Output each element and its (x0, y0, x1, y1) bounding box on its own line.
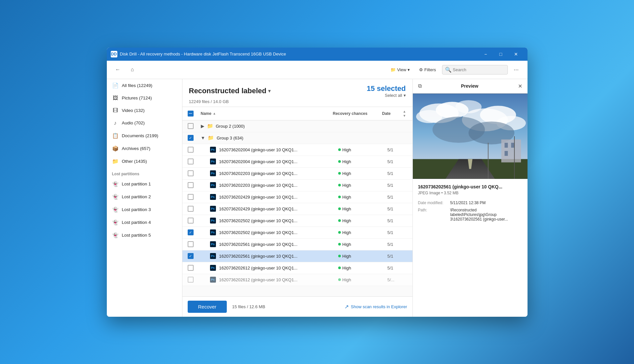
sidebar-item-other[interactable]: 📁 Other (1435) (107, 155, 182, 168)
folder-title-chevron-icon[interactable]: ▾ (268, 88, 270, 94)
preview-path-row: Path: \Reconstructed labeled\Pictures\jp… (418, 208, 522, 222)
search-input[interactable] (453, 67, 505, 72)
file-checkbox[interactable] (188, 159, 194, 164)
scroll-controls: ▲ ▼ (402, 110, 407, 118)
group-2-row[interactable]: ▶ 📁 Group 2 (1000) (182, 120, 412, 132)
ghost-icon-4: 👻 (112, 219, 119, 225)
sidebar-item-label: Video (132) (122, 108, 145, 113)
table-row[interactable]: Ps 1620736202203 (ginkgo-user 10 QKQ1...… (182, 180, 412, 191)
preview-image (413, 94, 528, 179)
content-header: Reconstructed labeled ▾ 15 selected Sele… (182, 79, 412, 107)
expand-icon: ▶ (201, 123, 204, 129)
high-dot (338, 219, 341, 222)
ps-file-icon: Ps (210, 159, 216, 164)
table-row[interactable]: Ps 1620736202429 (ginkgo-user 10 QKQ1...… (182, 203, 412, 215)
audio-icon: ♪ (112, 120, 119, 126)
preview-copy-button[interactable]: ⧉ (417, 82, 423, 90)
date-modified-label: Date modified: (418, 201, 448, 205)
file-count-label: 12249 files / 14.0 GB (189, 99, 406, 104)
group3-checkbox[interactable] (188, 135, 194, 141)
table-row[interactable]: Ps 1620736202612 (ginkgo-user 10 QKQ1...… (182, 274, 412, 286)
sidebar-item-video[interactable]: 🎞 Video (132) (107, 104, 182, 117)
app-icon: DD (111, 51, 117, 57)
search-icon: 🔍 (445, 67, 452, 73)
table-row[interactable]: Ps 1620736202561 (ginkgo-user 10 QKQ1...… (182, 250, 412, 262)
folder-icon: 📁 (208, 135, 214, 141)
ghost-icon-1: 👻 (112, 181, 119, 187)
recovery-badge: High (338, 171, 387, 176)
ps-file-icon: Ps (210, 147, 216, 153)
folder-view-icon: 📁 (390, 67, 396, 72)
file-checkbox[interactable] (188, 265, 194, 271)
sidebar-item-label: All files (12249) (122, 83, 153, 88)
content-header-top: Reconstructed labeled ▾ 15 selected Sele… (189, 84, 406, 98)
close-button[interactable]: ✕ (508, 48, 524, 61)
sidebar-item-lost-partition-4[interactable]: 👻 Lost partition 4 (107, 216, 182, 229)
recover-button[interactable]: Recover (188, 301, 227, 313)
ps-file-icon: Ps (210, 206, 216, 212)
table-row[interactable]: Ps 1620736202612 (ginkgo-user 10 QKQ1...… (182, 262, 412, 274)
file-checkbox[interactable] (188, 253, 194, 259)
home-button[interactable]: ⌂ (127, 64, 138, 75)
minimize-button[interactable]: − (478, 48, 493, 61)
archives-icon: 📦 (112, 145, 119, 152)
sidebar-item-lost-partition-2[interactable]: 👻 Lost partition 2 (107, 190, 182, 203)
scroll-down-icon[interactable]: ▼ (403, 114, 406, 118)
back-button[interactable]: ← (112, 64, 124, 75)
sort-arrow-icon[interactable]: ▲ (213, 112, 216, 115)
group2-checkbox[interactable] (188, 123, 194, 129)
file-checkbox[interactable] (188, 218, 194, 224)
sidebar-item-pictures[interactable]: 🖼 Pictures (7124) (107, 92, 182, 104)
view-button[interactable]: 📁 View ▾ (387, 65, 413, 74)
show-in-explorer-link[interactable]: ↗ Show scan results in Explorer (344, 304, 407, 310)
file-checkbox[interactable] (188, 229, 194, 235)
sidebar-item-audio[interactable]: ♪ Audio (702) (107, 117, 182, 129)
header-checkbox[interactable] (188, 111, 194, 117)
ps-file-icon: Ps (210, 241, 216, 247)
maximize-button[interactable]: □ (493, 48, 508, 61)
sidebar-item-lost-partition-1[interactable]: 👻 Lost partition 1 (107, 178, 182, 190)
table-row[interactable]: Ps 1620736202429 (ginkgo-user 10 QKQ1...… (182, 191, 412, 203)
file-checkbox[interactable] (188, 182, 194, 188)
sidebar-item-archives[interactable]: 📦 Archives (657) (107, 142, 182, 155)
scroll-up-icon[interactable]: ▲ (403, 110, 406, 113)
filters-button[interactable]: ⚙ Filters (416, 65, 439, 74)
high-dot (338, 172, 341, 175)
select-all-button[interactable]: Select all ▾ (385, 93, 406, 98)
preview-panel: ⧉ Preview ✕ (412, 79, 528, 317)
ps-file-icon: Ps (210, 194, 216, 200)
sidebar-item-lost-partition-3[interactable]: 👻 Lost partition 3 (107, 203, 182, 216)
recovery-badge: High (338, 230, 387, 235)
table-row[interactable]: Ps 1620736202004 (ginkgo-user 10 QKQ1...… (182, 144, 412, 156)
file-list: ▶ 📁 Group 2 (1000) ▼ (182, 120, 412, 296)
table-row[interactable]: Ps 1620736202502 (ginkgo-user 10 QKQ1...… (182, 215, 412, 227)
high-dot (338, 243, 341, 246)
table-row[interactable]: Ps 1620736202203 (ginkgo-user 10 QKQ1...… (182, 168, 412, 180)
date-modified-value: 5/11/2021 12:38 PM (450, 201, 522, 205)
file-checkbox[interactable] (188, 170, 194, 176)
table-row[interactable]: Ps 1620736202502 (ginkgo-user 10 QKQ1...… (182, 227, 412, 239)
sidebar-item-label: Other (1435) (122, 159, 147, 164)
table-row[interactable]: Ps 1620736202004 (ginkgo-user 10 QKQ1...… (182, 156, 412, 168)
file-checkbox[interactable] (188, 147, 194, 153)
preview-close-button[interactable]: ✕ (517, 82, 524, 91)
sidebar-item-label: Lost partition 2 (122, 194, 151, 199)
file-checkbox[interactable] (188, 194, 194, 200)
file-checkbox[interactable] (188, 241, 194, 247)
file-checkbox[interactable] (188, 206, 194, 212)
sidebar-item-all-files[interactable]: 📄 All files (12249) (107, 79, 182, 92)
titlebar: DD Disk Drill - All recovery methods - H… (107, 48, 528, 61)
file-checkbox[interactable] (188, 277, 194, 283)
video-icon: 🎞 (112, 108, 119, 114)
more-options-button[interactable]: ··· (510, 64, 522, 75)
file-table-header: Name ▲ Recovery chances Date ▲ ▼ (182, 107, 412, 120)
window-title: Disk Drill - All recovery methods - Hard… (120, 52, 478, 56)
ps-file-icon: Ps (210, 229, 216, 235)
table-row[interactable]: Ps 1620736202561 (ginkgo-user 10 QKQ1...… (182, 239, 412, 250)
ps-file-icon: Ps (210, 218, 216, 224)
toolbar: ← ⌂ 📁 View ▾ ⚙ Filters 🔍 ··· (107, 61, 528, 79)
sidebar-item-documents[interactable]: 📋 Documents (2199) (107, 129, 182, 142)
group-3-row[interactable]: ▼ 📁 Group 3 (634) (182, 132, 412, 144)
high-dot (338, 184, 341, 186)
sidebar-item-lost-partition-5[interactable]: 👻 Lost partition 5 (107, 229, 182, 242)
